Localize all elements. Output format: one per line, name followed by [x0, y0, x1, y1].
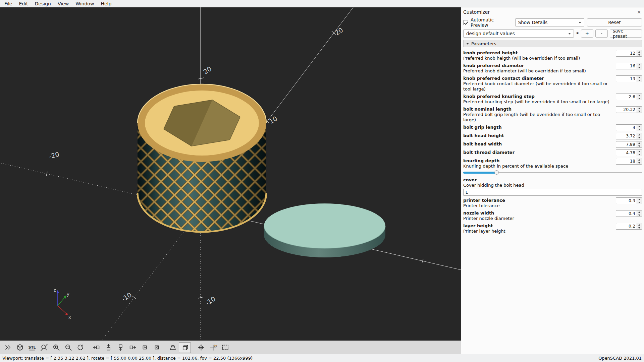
close-icon[interactable]: × [636, 9, 642, 15]
spin-down-button[interactable] [637, 97, 642, 100]
knob-preferred-diameter-input[interactable]: 16 [616, 63, 642, 69]
spin-up-button[interactable] [637, 158, 642, 161]
spin-up-button[interactable] [637, 107, 642, 110]
checkbox-checked-icon[interactable] [463, 20, 468, 25]
nozzle-width-value[interactable]: 0.4 [616, 210, 637, 217]
view-all-button[interactable] [219, 342, 231, 353]
add-preset-button[interactable]: + [581, 29, 593, 38]
spin-up-button[interactable] [637, 150, 642, 153]
knob-preferred-contact-diameter-value[interactable]: 13 [616, 76, 637, 82]
spin-up-button[interactable] [637, 125, 642, 128]
view-right-button[interactable] [90, 342, 102, 353]
preview-button[interactable] [2, 342, 14, 353]
printer-tolerance-input[interactable]: 0.3 [616, 197, 642, 204]
slider-handle[interactable] [494, 170, 499, 175]
knurling-depth-slider[interactable] [463, 170, 642, 175]
spin-up-button[interactable] [637, 50, 642, 53]
menu-window[interactable]: Window [72, 1, 97, 7]
bolt-head-height-input[interactable]: 3.72 [616, 133, 642, 139]
spin-down-button[interactable] [637, 161, 642, 164]
knob-preferred-knurling-step-value[interactable]: 2.6 [616, 94, 637, 100]
reset-button[interactable]: Reset [587, 18, 642, 26]
chevron-down-icon [568, 33, 571, 35]
bolt-head-width-value[interactable]: 7.89 [616, 141, 637, 147]
automatic-preview-checkbox[interactable]: Automatic Preview [463, 17, 513, 28]
knob-preferred-diameter-value[interactable]: 16 [616, 63, 637, 69]
nozzle-width-input[interactable]: 0.4 [616, 210, 642, 217]
bolt-grip-length-input[interactable]: 4 [616, 124, 642, 131]
viewport-toolbar: STL10 [0, 341, 461, 354]
layer-height-value[interactable]: 0.2 [616, 223, 637, 229]
preset-select[interactable]: design default values [463, 29, 574, 38]
bolt-thread-diameter-input[interactable]: 4.78 [616, 149, 642, 156]
zoom-out-button[interactable] [62, 342, 74, 353]
cover-input[interactable]: L [463, 189, 642, 196]
bolt-nominal-length-input[interactable]: 20.32 [616, 106, 642, 113]
spin-up-button[interactable] [637, 223, 642, 226]
save-preset-button[interactable]: save preset [610, 29, 642, 38]
spin-down-button[interactable] [637, 66, 642, 69]
bolt-thread-diameter-value[interactable]: 4.78 [616, 150, 637, 156]
spin-up-button[interactable] [637, 210, 642, 214]
render-button[interactable] [14, 342, 26, 353]
knurling-depth-value[interactable]: 18 [616, 158, 637, 164]
spin-up-button[interactable] [637, 133, 642, 136]
spin-down-button[interactable] [637, 53, 642, 56]
layer-height-input[interactable]: 0.2 [616, 223, 642, 230]
reset-view-button[interactable] [74, 342, 86, 353]
spin-up-button[interactable] [637, 198, 642, 201]
spin-down-button[interactable] [637, 144, 642, 147]
perspective-button[interactable] [167, 342, 179, 353]
menu-edit[interactable]: Edit [16, 1, 31, 7]
spin-down-button[interactable] [637, 110, 642, 113]
spin-down-button[interactable] [637, 226, 642, 229]
param-knob-preferred-knurling-step: knob preferred knurling stepPreferred kn… [463, 94, 642, 105]
spin-up-button[interactable] [637, 141, 642, 144]
axis-tick-label: -20 [48, 150, 60, 160]
param-name: bolt nominal length [463, 106, 613, 112]
view-back-icon [153, 344, 161, 351]
knob-preferred-knurling-step-input[interactable]: 2.6 [616, 94, 642, 100]
view-front-button[interactable] [139, 342, 151, 353]
parameters-section-header[interactable]: Parameters [463, 40, 642, 47]
spin-down-button[interactable] [637, 79, 642, 82]
spin-up-button[interactable] [637, 94, 642, 97]
show-crosshairs-button[interactable] [195, 342, 207, 353]
menu-view[interactable]: View [55, 1, 72, 7]
param-cover: coverCover hidding the bolt headL [463, 177, 642, 196]
bolt-head-height-value[interactable]: 3.72 [616, 133, 637, 139]
view-top-button[interactable] [102, 342, 114, 353]
view-back-button[interactable] [151, 342, 163, 353]
spin-up-button[interactable] [637, 76, 642, 79]
remove-preset-button[interactable]: - [595, 29, 608, 38]
param-name: knob preferred diameter [463, 63, 613, 68]
knurling-depth-input[interactable]: 18 [616, 158, 642, 165]
spin-down-button[interactable] [637, 153, 642, 156]
menu-file[interactable]: File [1, 1, 15, 7]
view-bottom-button[interactable] [114, 342, 126, 353]
zoom-all-button[interactable] [38, 342, 50, 353]
spin-down-button[interactable] [637, 136, 642, 139]
3d-viewport[interactable]: 20 20 10 -20 -10 -10 [0, 7, 461, 341]
bolt-grip-length-value[interactable]: 4 [616, 125, 637, 131]
spin-down-button[interactable] [637, 201, 642, 204]
spin-up-button[interactable] [637, 63, 642, 66]
orthogonal-button[interactable] [179, 342, 191, 353]
param-name: bolt head width [463, 141, 613, 147]
printer-tolerance-value[interactable]: 0.3 [616, 198, 637, 204]
knob-preferred-contact-diameter-input[interactable]: 13 [616, 75, 642, 82]
knob-preferred-height-input[interactable]: 12 [616, 50, 642, 57]
detail-level-select[interactable]: Show Details [515, 18, 584, 26]
menu-help[interactable]: Help [98, 1, 114, 7]
knob-preferred-height-value[interactable]: 12 [616, 50, 637, 56]
bolt-nominal-length-value[interactable]: 20.32 [616, 107, 637, 113]
spin-down-button[interactable] [637, 214, 642, 217]
show-scale-markers-button[interactable]: 10 [207, 342, 219, 353]
spin-down-button[interactable] [637, 128, 642, 131]
zoom-in-button[interactable] [50, 342, 62, 353]
3d-scene-canvas[interactable]: 20 20 10 -20 -10 -10 [0, 7, 461, 341]
bolt-head-width-input[interactable]: 7.89 [616, 141, 642, 148]
view-left-button[interactable] [126, 342, 139, 353]
export-stl-button[interactable]: STL [26, 342, 38, 353]
menu-design[interactable]: Design [32, 1, 54, 7]
